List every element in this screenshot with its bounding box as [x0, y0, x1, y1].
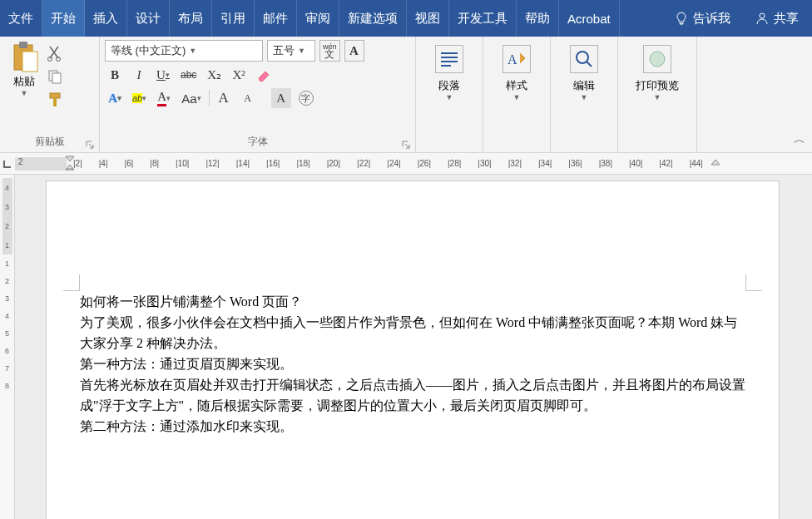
- ribbon-tabs: 文件 开始 插入 设计 布局 引用 邮件 审阅 新建选项 视图 开发工具 帮助 …: [0, 0, 812, 37]
- paragraph-button[interactable]: 段落 ▼: [421, 40, 478, 101]
- group-clipboard-label: 剪贴板: [5, 133, 94, 151]
- enclose-char-button[interactable]: 字: [295, 88, 317, 108]
- clipboard-icon: [9, 40, 39, 73]
- horizontal-ruler[interactable]: 2 |2||4||6||8||10||12||14||16||18||20||2…: [0, 153, 812, 175]
- tab-review[interactable]: 审阅: [297, 0, 339, 37]
- paste-label: 粘贴: [13, 74, 35, 89]
- tell-me-label: 告诉我: [693, 11, 730, 27]
- paste-button[interactable]: 粘贴 ▼: [5, 40, 43, 97]
- font-color-button[interactable]: A ▾: [154, 88, 174, 108]
- tab-layout[interactable]: 布局: [170, 0, 212, 37]
- tab-file[interactable]: 文件: [0, 0, 42, 37]
- person-icon: [755, 12, 769, 25]
- print-preview-button[interactable]: 打印预览 ▼: [623, 40, 691, 101]
- text-effects-button[interactable]: A ▾: [105, 88, 125, 108]
- group-editing: 编辑 ▼: [551, 37, 618, 152]
- grow-font-button[interactable]: A: [214, 88, 234, 108]
- document-paragraph[interactable]: 第二种方法：通过添加水印来实现。: [80, 416, 745, 437]
- tab-selector-icon[interactable]: [2, 158, 13, 170]
- group-font: 等线 (中文正文)▼ 五号▼ wén文 A B I U ▾ abc X₂ X² …: [100, 37, 416, 152]
- dialog-launcher-icon[interactable]: [86, 141, 94, 149]
- tab-mailings[interactable]: 邮件: [255, 0, 297, 37]
- printpreview-label: 打印预览: [636, 78, 679, 93]
- svg-rect-2: [19, 42, 27, 48]
- document-area: 4321 12345678 如何将一张图片铺满整个 Word 页面？ 为了美观，…: [0, 175, 812, 519]
- svg-rect-9: [53, 98, 57, 106]
- font-name-combo[interactable]: 等线 (中文正文)▼: [105, 40, 263, 62]
- svg-point-11: [577, 52, 588, 63]
- group-printpreview: 打印预览 ▼: [618, 37, 697, 152]
- group-clipboard: 粘贴 ▼ 剪贴板: [0, 37, 100, 152]
- ruler-ticks: |2||4||6||8||10||12||14||16||18||20||22|…: [73, 159, 703, 168]
- share-label: 共享: [774, 11, 799, 27]
- collapse-ribbon-button[interactable]: ︿: [794, 132, 805, 147]
- chevron-down-icon: ▼: [189, 47, 196, 55]
- superscript-button[interactable]: X²: [229, 65, 249, 85]
- ribbon: 粘贴 ▼ 剪贴板 等线 (中文正文)▼ 五号▼ wén文 A B: [0, 37, 812, 153]
- bold-button[interactable]: B: [105, 65, 125, 85]
- first-line-indent-icon[interactable]: [65, 156, 75, 171]
- dialog-launcher-icon[interactable]: [402, 141, 410, 149]
- font-size-combo[interactable]: 五号▼: [267, 40, 315, 62]
- margin-corner-icon: [63, 274, 80, 291]
- svg-rect-8: [50, 93, 60, 98]
- char-shading-button[interactable]: A: [271, 88, 291, 108]
- svg-point-0: [760, 13, 765, 18]
- svg-text:A: A: [508, 52, 517, 67]
- editing-button[interactable]: 编辑 ▼: [556, 40, 612, 101]
- document-paragraph[interactable]: 如何将一张图片铺满整个 Word 页面？: [80, 291, 745, 312]
- eraser-icon: [256, 68, 271, 82]
- styles-label: 样式: [506, 78, 527, 93]
- tab-insert[interactable]: 插入: [85, 0, 127, 37]
- margin-corner-icon: [745, 274, 762, 291]
- strikethrough-button[interactable]: abc: [177, 65, 200, 85]
- tab-references[interactable]: 引用: [212, 0, 255, 37]
- underline-button[interactable]: U ▾: [153, 65, 173, 85]
- page-container: 如何将一张图片铺满整个 Word 页面？ 为了美观，很多小伙伴会在文档中插入一些…: [15, 175, 812, 519]
- lightbulb-icon: [675, 12, 688, 25]
- tab-view[interactable]: 视图: [407, 0, 449, 37]
- share-button[interactable]: 共享: [742, 11, 812, 27]
- group-styles: A 样式 ▼: [483, 37, 551, 152]
- right-indent-icon[interactable]: [710, 156, 720, 166]
- document-paragraph[interactable]: 首先将光标放在页眉处并双击打开编辑状态，之后点击插入——图片，插入之后点击图片，…: [80, 374, 745, 416]
- character-border-button[interactable]: A: [344, 40, 364, 62]
- editing-label: 编辑: [573, 78, 595, 93]
- chevron-down-icon: ▼: [298, 47, 305, 55]
- chevron-down-icon: ▾: [166, 71, 170, 79]
- chevron-down-icon: ▼: [21, 89, 28, 97]
- chevron-down-icon: ▼: [513, 93, 521, 101]
- cut-icon[interactable]: [47, 45, 63, 62]
- styles-button[interactable]: A 样式 ▼: [488, 40, 545, 101]
- ruler-top-margin: 4321: [2, 178, 12, 255]
- tab-developer[interactable]: 开发工具: [449, 0, 517, 37]
- vertical-ruler[interactable]: 4321 12345678: [0, 175, 15, 519]
- subscript-button[interactable]: X₂: [204, 65, 225, 85]
- tab-newoption[interactable]: 新建选项: [339, 0, 407, 37]
- tab-home[interactable]: 开始: [42, 0, 85, 37]
- svg-rect-13: [67, 169, 72, 171]
- circle-icon: [648, 50, 666, 68]
- group-font-label: 字体: [105, 133, 410, 151]
- ruler-left-margin: 2: [15, 157, 67, 171]
- copy-icon[interactable]: [47, 68, 63, 85]
- group-paragraph: 段落 ▼: [416, 37, 483, 152]
- paragraph-icon: [439, 51, 459, 67]
- shrink-font-button[interactable]: A: [238, 88, 258, 108]
- format-painter-icon[interactable]: [47, 91, 63, 108]
- tab-help[interactable]: 帮助: [517, 0, 559, 37]
- document-paragraph[interactable]: 第一种方法：通过页眉页脚来实现。: [80, 353, 745, 374]
- clear-formatting-button[interactable]: [253, 65, 275, 85]
- phonetic-guide-button[interactable]: wén文: [319, 40, 340, 62]
- italic-button[interactable]: I: [129, 65, 149, 85]
- document-page[interactable]: 如何将一张图片铺满整个 Word 页面？ 为了美观，很多小伙伴会在文档中插入一些…: [47, 181, 779, 519]
- tab-design[interactable]: 设计: [127, 0, 170, 37]
- svg-rect-7: [52, 73, 61, 83]
- change-case-button[interactable]: Aa ▾: [178, 88, 204, 108]
- tab-acrobat[interactable]: Acrobat: [559, 0, 620, 37]
- paragraph-label: 段落: [438, 78, 460, 93]
- document-paragraph[interactable]: 为了美观，很多小伙伴会在文档中插入一些图片作为背景色，但如何在 Word 中铺满…: [80, 312, 745, 353]
- highlight-button[interactable]: ab ▾: [129, 88, 150, 108]
- tell-me-search[interactable]: 告诉我: [663, 11, 742, 27]
- styles-icon: A: [506, 50, 527, 68]
